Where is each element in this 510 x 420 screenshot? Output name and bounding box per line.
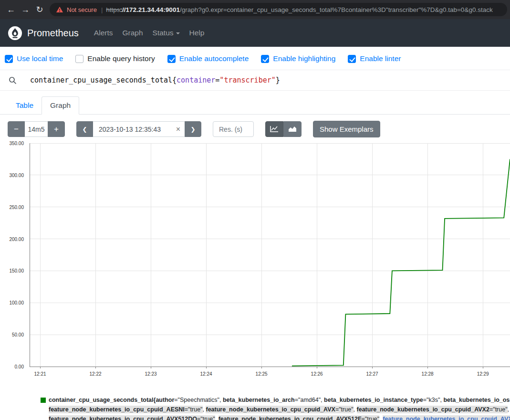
legend-line: container_cpu_usage_seconds_total{author…: [49, 395, 510, 405]
x-axis-labels: 12:2112:2212:2312:2412:2512:2612:2712:28…: [30, 371, 510, 378]
x-tick-label: 12:26: [306, 371, 327, 377]
address-bar[interactable]: Not secure | https://172.21.34.44:9001/g…: [50, 3, 507, 16]
checkbox[interactable]: [75, 55, 83, 63]
x-tick-label: 12:24: [196, 371, 217, 377]
x-tick-label: 12:21: [30, 371, 51, 377]
legend-metric-name: container_cpu_usage_seconds_total{: [49, 397, 156, 403]
option-enable-highlighting[interactable]: Enable highlighting: [261, 54, 335, 63]
x-tick-label: 12:28: [417, 371, 438, 377]
option-label: Enable linter: [360, 54, 401, 63]
decrease-range-button[interactable]: −: [8, 121, 25, 137]
option-label: Enable query history: [87, 54, 155, 63]
legend-label: feature_node_kubernetes_io_cpu_cpuid_AES…: [49, 406, 203, 413]
legend-series-swatch[interactable]: [41, 398, 46, 403]
y-tick-label: 250.00: [9, 205, 24, 210]
caret-down-icon: [176, 32, 180, 34]
promql-expression[interactable]: container_cpu_usage_seconds_total{contai…: [30, 76, 280, 84]
checkbox[interactable]: [261, 55, 269, 63]
x-tick-label: 12:22: [85, 371, 106, 377]
time-input-group: ❮ × ❯: [76, 121, 201, 137]
stacked-chart-button[interactable]: [283, 121, 302, 137]
back-time-button[interactable]: ❮: [76, 121, 93, 137]
chart-type-toggle: [265, 121, 302, 137]
option-label: Enable autocomplete: [179, 54, 249, 63]
legend-label: beta_kubernetes_io_os="linux": [443, 396, 510, 404]
brand-title: Prometheus: [27, 28, 79, 39]
url-scheme: https: [106, 6, 120, 13]
chart-legend: container_cpu_usage_seconds_total{author…: [0, 381, 510, 420]
y-tick-label: 50.00: [12, 332, 24, 337]
expr-label-name: container: [177, 76, 215, 84]
resolution-input[interactable]: [213, 121, 254, 137]
prometheus-brand[interactable]: Prometheus: [8, 26, 79, 41]
legend-label: beta_kubernetes_io_instance_type="k3s": [324, 396, 440, 404]
datetime-input[interactable]: [93, 121, 185, 137]
nav-item-status[interactable]: Status: [148, 25, 185, 41]
graph-panel: 0.0050.00100.00150.00200.00250.00300.003…: [0, 142, 510, 381]
expr-metric-name: container_cpu_usage_seconds_total: [30, 76, 172, 84]
browser-back-button[interactable]: ←: [4, 2, 18, 17]
chart-plot-area[interactable]: [30, 143, 510, 369]
graph-controls: − + ❮ × ❯ Show Exemplars: [0, 115, 510, 137]
option-label: Use local time: [17, 54, 63, 63]
option-enable-query-history[interactable]: Enable query history: [75, 54, 155, 63]
url-separator: |: [101, 6, 103, 13]
range-input[interactable]: [25, 121, 48, 137]
nav-item-graph[interactable]: Graph: [117, 25, 147, 41]
y-tick-label: 0.00: [15, 364, 24, 369]
option-enable-linter[interactable]: Enable linter: [348, 54, 401, 63]
option-use-local-time[interactable]: Use local time: [5, 54, 63, 63]
legend-label[interactable]: feature_node_kubernetes_io_cpu_cpuid_AVX…: [383, 415, 510, 420]
clear-time-icon[interactable]: ×: [176, 126, 180, 133]
not-secure-label: Not secure: [67, 6, 97, 13]
y-axis-labels: 0.0050.00100.00150.00200.00250.00300.003…: [0, 143, 27, 367]
line-chart-button[interactable]: [265, 121, 283, 137]
not-secure-warning-icon[interactable]: [56, 6, 63, 13]
expr-equals: =: [215, 76, 219, 84]
url-path: /graph?g0.expr=container_cpu_usage_secon…: [180, 6, 493, 13]
x-tick-label: 12:23: [140, 371, 161, 377]
url-text: https://172.21.34.44:9001/graph?g0.expr=…: [106, 6, 492, 13]
navbar-links: Alerts Graph Status Help: [89, 25, 209, 41]
legend-label: feature_node_kubernetes_io_cpu_cpuid_AVX…: [219, 415, 380, 420]
nav-item-alerts[interactable]: Alerts: [89, 25, 118, 41]
checkbox[interactable]: [348, 55, 356, 63]
browser-reload-button[interactable]: ↻: [32, 2, 47, 17]
tab-table[interactable]: Table: [8, 97, 42, 114]
expr-close-brace: }: [276, 76, 280, 84]
panel-tabs: Table Graph: [0, 91, 510, 115]
legend-line: feature_node_kubernetes_io_cpu_cpuid_AES…: [49, 405, 510, 414]
increase-range-button[interactable]: +: [48, 121, 65, 137]
y-tick-label: 100.00: [9, 300, 24, 305]
browser-toolbar: ← → ↻ Not secure | https://172.21.34.44:…: [0, 0, 510, 19]
legend-label: feature_node_kubernetes_io_cpu_cpuid_AVX…: [357, 406, 508, 413]
option-enable-autocomplete[interactable]: Enable autocomplete: [167, 54, 249, 63]
chart-svg: [30, 143, 510, 369]
legend-label: feature_node_kubernetes_io_cpu_cpuid_AVX…: [49, 415, 215, 420]
nav-item-status-label: Status: [153, 29, 174, 37]
checkbox[interactable]: [5, 55, 13, 63]
expr-label-value: "transcriber": [219, 76, 275, 84]
y-tick-label: 350.00: [9, 141, 24, 146]
x-tick-label: 12:29: [472, 371, 493, 377]
legend-label: author="Speechmatics": [156, 396, 219, 404]
browser-forward-button[interactable]: →: [18, 2, 32, 17]
nav-item-help[interactable]: Help: [185, 25, 209, 41]
legend-label: feature_node_kubernetes_io_cpu_cpuid_AVX…: [206, 406, 353, 413]
legend-series-labels: container_cpu_usage_seconds_total{author…: [49, 395, 510, 420]
option-label: Enable highlighting: [273, 54, 335, 63]
tab-graph[interactable]: Graph: [42, 96, 79, 115]
y-tick-label: 150.00: [9, 268, 24, 273]
checkbox[interactable]: [167, 55, 176, 63]
expression-input[interactable]: container_cpu_usage_seconds_total{contai…: [0, 70, 510, 91]
prometheus-navbar: Prometheus Alerts Graph Status Help: [0, 19, 510, 47]
y-tick-label: 300.00: [9, 173, 24, 178]
x-tick-label: 12:27: [362, 371, 383, 377]
datetime-wrap: ×: [93, 121, 185, 137]
show-exemplars-button[interactable]: Show Exemplars: [313, 121, 380, 137]
options-row: Use local time Enable query history Enab…: [0, 47, 510, 70]
forward-time-button[interactable]: ❯: [185, 121, 201, 137]
legend-line: feature_node_kubernetes_io_cpu_cpuid_AVX…: [49, 414, 510, 420]
legend-label: beta_kubernetes_io_arch="amd64": [223, 396, 321, 404]
y-tick-label: 200.00: [9, 237, 24, 242]
